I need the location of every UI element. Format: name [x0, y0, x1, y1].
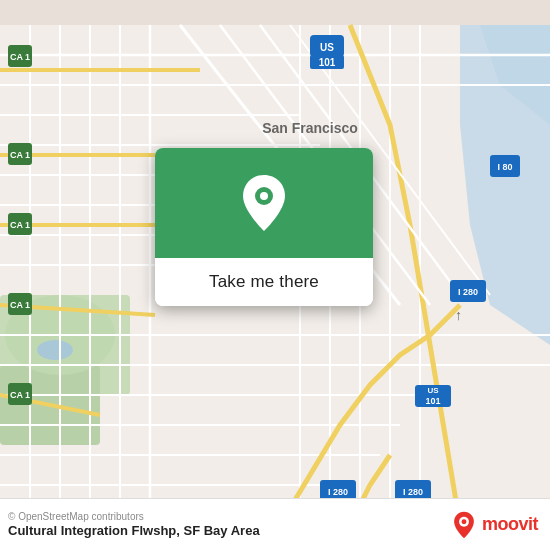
- take-me-there-button[interactable]: Take me there: [197, 268, 331, 296]
- svg-text:101: 101: [319, 57, 336, 68]
- svg-text:CA 1: CA 1: [10, 52, 30, 62]
- svg-text:I 80: I 80: [497, 162, 512, 172]
- svg-text:US: US: [427, 386, 439, 395]
- svg-point-70: [462, 519, 467, 524]
- svg-text:CA 1: CA 1: [10, 300, 30, 310]
- popup-button-area[interactable]: Take me there: [155, 258, 373, 306]
- popup-header: [155, 148, 373, 258]
- attribution-text: © OpenStreetMap contributors: [8, 511, 260, 522]
- svg-text:I 280: I 280: [328, 487, 348, 497]
- place-name: Cultural Integration Flwshp, SF Bay Area: [8, 523, 260, 538]
- svg-text:CA 1: CA 1: [10, 150, 30, 160]
- svg-text:CA 1: CA 1: [10, 220, 30, 230]
- svg-text:I 280: I 280: [403, 487, 423, 497]
- svg-text:101: 101: [425, 396, 440, 406]
- moovit-text: moovit: [482, 514, 538, 535]
- svg-point-6: [37, 340, 73, 360]
- moovit-pin-icon: [450, 511, 478, 539]
- svg-text:CA 1: CA 1: [10, 390, 30, 400]
- bottom-left: © OpenStreetMap contributors Cultural In…: [8, 511, 260, 538]
- svg-point-68: [260, 192, 268, 200]
- svg-text:I 280: I 280: [458, 287, 478, 297]
- svg-text:San Francisco: San Francisco: [262, 120, 358, 136]
- svg-text:↑: ↑: [455, 307, 462, 323]
- svg-text:US: US: [320, 42, 334, 53]
- bottom-bar: © OpenStreetMap contributors Cultural In…: [0, 498, 550, 550]
- location-pin-icon: [239, 173, 289, 233]
- popup-card: Take me there: [155, 148, 373, 306]
- map-container: US 101 CA 1 CA 1 CA 1 CA 1 CA 1 I 80 I 2…: [0, 0, 550, 550]
- moovit-logo: moovit: [450, 511, 538, 539]
